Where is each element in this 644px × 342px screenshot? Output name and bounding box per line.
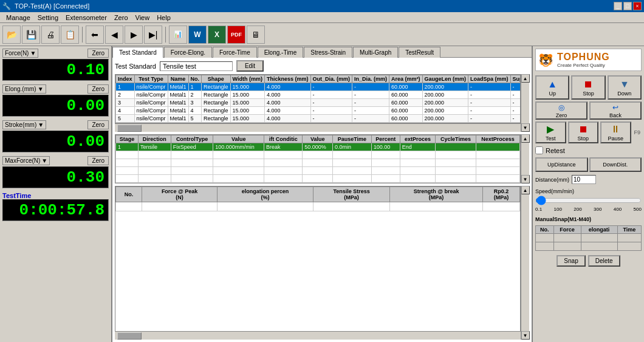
- menu-bar: Manage Setting Extensometer Zero View He…: [0, 12, 644, 23]
- spec-hscroll-thumb[interactable]: [117, 125, 142, 132]
- close-btn[interactable]: ×: [633, 2, 642, 10]
- distance-input[interactable]: [572, 175, 596, 184]
- menu-help[interactable]: Help: [153, 12, 174, 22]
- zero-btn-right[interactable]: ◎ Zero: [535, 101, 587, 120]
- elong-zero-btn[interactable]: Zero: [87, 84, 109, 94]
- title-bar-controls[interactable]: _ □ ×: [614, 2, 642, 10]
- spec-cell: -: [510, 99, 521, 107]
- spec-row[interactable]: 2nsile/ComprMetal12Rectangle15.0004.000-…: [116, 91, 521, 99]
- menu-manage[interactable]: Manage: [2, 12, 34, 22]
- spec-row[interactable]: 5nsile/ComprMetal15Rectangle15.0004.000-…: [116, 115, 521, 123]
- result-scroll-up[interactable]: ▲: [521, 186, 530, 194]
- toolbar-open[interactable]: 📂: [2, 26, 21, 44]
- menu-view[interactable]: View: [132, 12, 154, 22]
- spec-col: Thickness (mm): [265, 75, 311, 83]
- stage-row[interactable]: 1TensileFixSpeed100.000mm/minBreak50.000…: [116, 143, 520, 151]
- spec-cell: 60.000: [389, 83, 423, 91]
- toolbar: 📂 💾 🖨 📋 ⬅ ◀ ▶ ▶| 📊 W X PDF 🖥: [0, 23, 644, 46]
- up-icon: ▲: [547, 79, 557, 90]
- spec-cell: -: [510, 107, 521, 115]
- edit-btn[interactable]: Edit: [236, 60, 264, 72]
- tab-force-elong[interactable]: Force-Elong.: [164, 47, 212, 58]
- minimize-btn[interactable]: _: [614, 2, 622, 10]
- stage-table-scroll[interactable]: StageDirectionControlTypeValueift Condit…: [115, 134, 521, 183]
- result-hscroll-thumb[interactable]: [117, 332, 142, 340]
- stop-top-btn[interactable]: ⏹ Stop: [571, 75, 605, 100]
- toolbar-graph[interactable]: 📊: [169, 26, 187, 44]
- toolbar-back2[interactable]: ⬅: [86, 26, 104, 44]
- result-hscrollbar[interactable]: [115, 331, 521, 340]
- toolbar-monitor[interactable]: 🖥: [247, 26, 265, 44]
- spec-cell: 200.000: [422, 99, 468, 107]
- stage-empty-row: [116, 175, 520, 183]
- up-btn[interactable]: ▲ Up: [535, 75, 569, 100]
- result-col: Tensile Stress(MPa): [313, 187, 389, 202]
- toolbar-print[interactable]: 🖨: [41, 26, 60, 44]
- menu-zero[interactable]: Zero: [111, 12, 132, 22]
- maxforce-zero-btn[interactable]: Zero: [87, 156, 109, 165]
- tab-test-result[interactable]: TestResult: [399, 47, 440, 58]
- tab-multi-graph[interactable]: Multi-Graph: [353, 47, 398, 58]
- result-table-scroll[interactable]: No.Force @ Peak(N)elongation percen(%)Te…: [115, 186, 521, 340]
- stage-scroll-dn[interactable]: ▼: [521, 175, 530, 183]
- snap-col-time: Time: [617, 226, 641, 234]
- spec-cell: nsile/Compr: [134, 115, 168, 123]
- toolbar-word[interactable]: W: [188, 26, 207, 44]
- pause-btn[interactable]: ⏸ Pause: [600, 121, 631, 143]
- spec-scroll-dn[interactable]: ▼: [521, 123, 530, 132]
- downdist-btn[interactable]: DownDist.: [589, 157, 642, 172]
- spec-hscrollbar[interactable]: [115, 123, 529, 132]
- spec-cell: -: [310, 115, 352, 123]
- toolbar-save[interactable]: 💾: [22, 26, 40, 44]
- stroke-dropdown[interactable]: Stroke(mm) ▼: [2, 120, 46, 129]
- spec-row[interactable]: 4nsile/ComprMetal14Rectangle15.0004.000-…: [116, 107, 521, 115]
- stage-cell: Break: [264, 143, 303, 151]
- force-zero-btn[interactable]: Zero: [87, 49, 109, 58]
- result-vscrollbar[interactable]: ▲ ▼: [521, 186, 529, 340]
- stroke-zero-btn[interactable]: Zero: [87, 120, 109, 129]
- back-icon: ↩: [612, 103, 618, 112]
- toolbar-paste[interactable]: 📋: [61, 26, 79, 44]
- result-table-container: No.Force @ Peak(N)elongation percen(%)Te…: [115, 186, 529, 340]
- menu-setting[interactable]: Setting: [34, 12, 62, 22]
- content-area: Test Standard Tensile test Edit IndexTes…: [112, 58, 532, 342]
- title-bar-text: TOP-Test(A) [Connected]: [15, 2, 89, 10]
- stage-empty-row: [116, 159, 520, 167]
- toolbar-pdf[interactable]: PDF: [227, 26, 245, 44]
- speed-slider[interactable]: [535, 196, 642, 205]
- snap-btn[interactable]: Snap: [557, 255, 585, 267]
- elong-dropdown[interactable]: Elong.(mm) ▼: [2, 84, 46, 94]
- specimen-table-scroll[interactable]: IndexTest TypeNameNo.ShapeWidth (mm)Thic…: [115, 74, 521, 123]
- stage-col: Percent: [371, 135, 400, 143]
- toolbar-fwd2[interactable]: ▶|: [144, 26, 162, 44]
- stop-mid-btn[interactable]: ⏹ Stop: [568, 121, 599, 143]
- spec-row[interactable]: 1nsile/ComprMetal11Rectangle15.0004.000-…: [116, 83, 521, 91]
- result-scroll-dn[interactable]: ▼: [521, 331, 530, 340]
- maximize-btn[interactable]: □: [623, 2, 632, 10]
- down-icon: ▼: [620, 79, 629, 90]
- stage-vscrollbar[interactable]: ▲ ▼: [521, 134, 529, 183]
- toolbar-excel[interactable]: X: [208, 26, 226, 44]
- toolbar-fwd1[interactable]: ▶: [125, 26, 143, 44]
- retest-checkbox[interactable]: [535, 146, 543, 154]
- maxforce-dropdown[interactable]: MaxForce(N) ▼: [2, 156, 50, 165]
- result-col: No.: [116, 187, 142, 202]
- back-btn[interactable]: ↩ Back: [589, 101, 642, 120]
- test-btn[interactable]: ▶ Test: [535, 121, 566, 143]
- stage-scroll-up[interactable]: ▲: [521, 134, 530, 143]
- toolbar-back1[interactable]: ◀: [105, 26, 123, 44]
- down-btn[interactable]: ▼ Down: [608, 75, 642, 100]
- spec-row[interactable]: 3nsile/ComprMetal13Rectangle15.0004.000-…: [116, 99, 521, 107]
- updistance-btn[interactable]: UpDistance: [535, 157, 588, 172]
- spec-scroll-up[interactable]: ▲: [521, 74, 530, 83]
- delete-btn[interactable]: Delete: [588, 255, 620, 267]
- tab-elong-time[interactable]: Elong.-Time: [258, 47, 304, 58]
- specimen-vscrollbar[interactable]: ▲ ▼: [521, 74, 529, 132]
- stage-col: ift Conditic: [264, 135, 303, 143]
- tab-stress-strain[interactable]: Stress-Strain: [304, 47, 352, 58]
- tab-test-standard[interactable]: Test Standard: [112, 47, 163, 58]
- spec-col: In_Dia. (mm): [352, 75, 389, 83]
- menu-extensometer[interactable]: Extensometer: [62, 12, 111, 22]
- tab-force-time[interactable]: Force-Time: [213, 47, 257, 58]
- force-dropdown[interactable]: Force(N) ▼: [2, 49, 38, 58]
